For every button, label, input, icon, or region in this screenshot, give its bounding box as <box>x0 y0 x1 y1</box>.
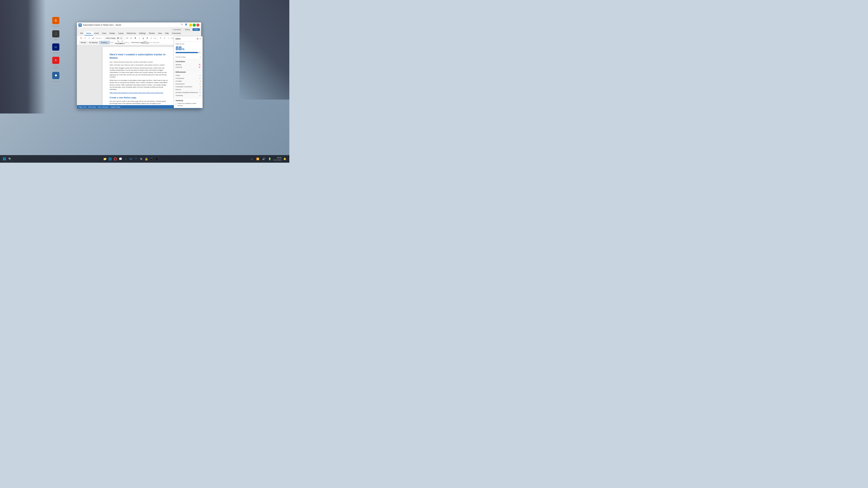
notification-icon[interactable]: 🔔 <box>283 157 287 161</box>
tab-layout[interactable]: Layout <box>117 31 125 35</box>
tab-file[interactable]: File <box>79 31 85 35</box>
word-count: 1957 words <box>88 106 96 108</box>
taskbar-edge[interactable]: 🌐 <box>108 157 113 161</box>
refinement-conciseness[interactable]: Conciseness ✓ <box>176 77 201 80</box>
panel-close-button[interactable]: × <box>199 37 201 40</box>
taskbar-word[interactable]: W <box>128 157 133 161</box>
cut-button[interactable]: ✂ <box>83 36 87 40</box>
document-para-2: While there is no shortage of subscripti… <box>110 79 168 90</box>
italic-button[interactable]: I <box>137 36 141 40</box>
correction-grammar[interactable]: Grammar 6 <box>176 66 201 68</box>
bold-button[interactable]: B <box>133 36 137 40</box>
font-shrink-button[interactable]: A- <box>129 36 133 40</box>
tab-references[interactable]: References <box>125 31 137 35</box>
tab-home[interactable]: Home <box>85 31 93 35</box>
taskbar-spotify[interactable]: ♪ <box>123 157 128 161</box>
network-icon[interactable]: 📶 <box>255 157 260 161</box>
font-size-input[interactable] <box>120 37 125 39</box>
quotemark-icon: " <box>176 103 177 106</box>
delete-button[interactable]: Delete <box>131 41 135 44</box>
correction-spelling-label: Spelling <box>176 64 181 66</box>
tab-view[interactable]: View <box>156 31 163 35</box>
correction-grammar-count: 6 <box>198 66 201 68</box>
correction-spelling[interactable]: Spelling 6 <box>176 63 201 66</box>
desktop-icon-snagit[interactable]: S Snagit.doc <box>51 17 61 27</box>
close-button[interactable]: × <box>196 24 199 27</box>
font-name-select[interactable]: Calibri Display H... <box>104 37 120 40</box>
window-controls: 🔍 👤 − □ × <box>181 24 199 27</box>
tab-design[interactable]: Design <box>108 31 117 35</box>
refinement-vocabulary-check: ✓ <box>199 94 201 97</box>
taskbar-chrome[interactable]: ⭕ <box>113 157 118 161</box>
clock-date: 14-10-2024 <box>273 159 281 161</box>
desktop-icon-snagit-label: Snagit.doc <box>52 25 60 27</box>
document-link[interactable]: https://www.xda-developers.com/10-power-… <box>110 92 168 94</box>
refinement-geopolitical[interactable]: Sensitive Geopolitical References ✓ <box>176 91 201 94</box>
align-left-button[interactable]: ≡ <box>159 36 162 40</box>
font-group: Calibri Display H... A+ A- B I U S̶ A Fo… <box>103 36 157 40</box>
line-spacing-button[interactable]: ↕ <box>167 36 170 40</box>
editing-button[interactable]: Editing <box>184 28 191 31</box>
tab-review[interactable]: Review <box>147 31 156 35</box>
spotify-icon: ♪ <box>125 157 126 160</box>
desktop-icon-acrobat[interactable]: A Acrobat Reader <box>51 57 61 68</box>
maximize-button[interactable]: □ <box>193 24 196 27</box>
editor-button[interactable]: Editor <box>135 41 139 44</box>
paste-button[interactable]: 📋 <box>79 36 83 40</box>
taskbar-extra2[interactable]: ⚙ <box>154 157 159 161</box>
underline-button[interactable]: U <box>142 36 145 40</box>
desktop-icon-shotput[interactable]: ⬢ ShotPut Pro <box>51 72 61 82</box>
open-grammarly-button[interactable]: Open Grammarly <box>143 41 147 44</box>
similarity-check-label: Check for similarity to online sources. <box>178 102 201 107</box>
styles-group: Normal No Spacing Heading 1 Styles <box>79 41 115 44</box>
tab-mailings[interactable]: Mailings <box>137 31 147 35</box>
volume-icon[interactable]: 🔊 <box>261 157 266 161</box>
panel-settings-button[interactable]: ⚙ <box>196 37 199 40</box>
tab-grammarly[interactable]: Grammarly <box>170 31 183 35</box>
start-button[interactable] <box>2 157 7 161</box>
taskbar-vpn[interactable]: 🔒 <box>144 157 149 161</box>
similarity-item[interactable]: " Check for similarity to online sources… <box>176 102 201 107</box>
taskbar: 🔍 📁 🌐 ⭕ 💬 ♪ W T N 🔒 📱 <box>0 155 289 163</box>
correction-grammar-label: Grammar <box>176 66 182 68</box>
refinement-clarity[interactable]: Clarity ✓ <box>176 74 201 77</box>
time-display[interactable]: 14:13 14-10-2024 <box>273 157 281 161</box>
select-button[interactable]: ☐ Select <box>121 41 124 44</box>
share-button[interactable]: Share <box>192 28 200 31</box>
taskbar-explorer[interactable]: 📁 <box>103 157 107 161</box>
style-nospace-button[interactable]: No Spacing <box>88 41 99 44</box>
minimize-button[interactable]: − <box>189 24 192 27</box>
system-tray[interactable]: ∧ <box>249 157 254 161</box>
word-logo: W <box>79 24 82 27</box>
desktop-icon-djay[interactable]: 🎵 djay <box>51 30 61 40</box>
comments-button[interactable]: Comments <box>172 28 182 31</box>
refinement-resume[interactable]: Resume ✓ <box>176 88 201 91</box>
tab-help[interactable]: Help <box>163 31 170 35</box>
strikethrough-button[interactable]: S̶ <box>146 36 149 40</box>
taskbar-notion[interactable]: N <box>139 157 144 161</box>
align-center-button[interactable]: ≡ <box>163 36 166 40</box>
refinement-formality[interactable]: Formality 1 <box>176 80 201 83</box>
search-taskbar-button[interactable]: 🔍 <box>7 157 12 161</box>
formal-writing-section[interactable]: Formal writing ∨ <box>174 55 203 59</box>
taskbar-whatsapp[interactable]: 💬 <box>118 157 123 161</box>
word-icon: W <box>129 157 132 160</box>
refinement-inclusiveness[interactable]: Inclusiveness ✓ <box>176 83 201 86</box>
style-normal-button[interactable]: Normal <box>79 41 87 44</box>
style-heading-button[interactable]: Heading 1 <box>99 41 110 44</box>
copy-button[interactable]: 📄 <box>87 36 91 40</box>
refinement-geopolitical-label: Sensitive Geopolitical References <box>176 92 198 93</box>
format-painter-button[interactable]: 🖌 <box>91 36 95 40</box>
find-replace-button[interactable]: 🔍 Replace <box>117 41 120 44</box>
taskbar-extra1[interactable]: 📱 <box>149 157 154 161</box>
tab-draw[interactable]: Draw <box>100 31 108 35</box>
taskbar-teams[interactable]: T <box>134 157 138 161</box>
font-grow-button[interactable]: A+ <box>126 36 129 40</box>
battery-icon[interactable]: 🔋 <box>267 157 272 161</box>
desktop-icon-lightroom[interactable]: Lr Lightroom <box>51 43 61 53</box>
refinement-punctuation[interactable]: Punctuation Conventions 1 <box>176 86 201 88</box>
tab-insert[interactable]: Insert <box>93 31 101 35</box>
window-title: Subscription tracker in Notion.docx - Sa… <box>83 24 181 26</box>
refinement-vocabulary[interactable]: Vocabulary ✓ <box>176 94 201 97</box>
font-color-button[interactable]: A <box>150 36 153 40</box>
